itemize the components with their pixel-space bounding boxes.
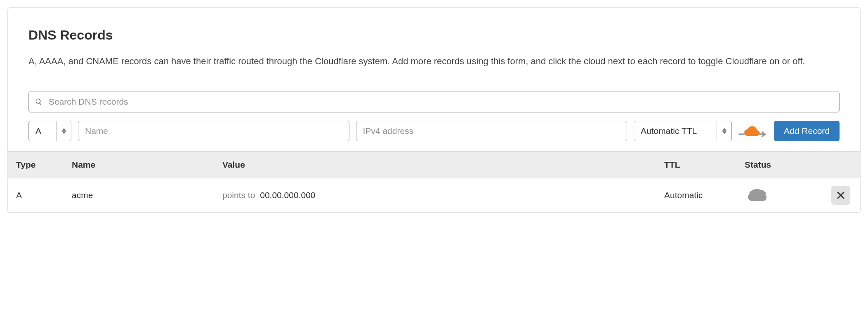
delete-record-button[interactable] <box>831 186 850 205</box>
cell-name: acme <box>72 190 222 200</box>
record-ttl-value: Automatic TTL <box>634 121 717 141</box>
select-arrows-icon <box>56 121 71 141</box>
col-header-type: Type <box>16 152 72 178</box>
proxy-status-toggle[interactable] <box>738 122 767 140</box>
proxy-status-icon-wrapper[interactable] <box>745 187 769 203</box>
record-type-select[interactable]: A <box>28 121 71 141</box>
close-icon <box>837 192 844 199</box>
section-title: DNS Records <box>28 28 840 43</box>
cell-status <box>745 187 831 203</box>
records-table: Type Name Value TTL Status A acme points… <box>8 151 860 213</box>
section-description: A, AAAA, and CNAME records can have thei… <box>28 54 840 68</box>
record-value-input[interactable] <box>356 121 627 141</box>
table-row[interactable]: A acme points to 00.00.000.000 Automatic <box>8 178 860 213</box>
search-icon <box>35 98 42 105</box>
search-wrapper <box>28 91 840 112</box>
col-header-value: Value <box>222 152 664 178</box>
add-record-button[interactable]: Add Record <box>774 121 840 141</box>
select-arrows-icon <box>717 121 731 141</box>
col-header-name: Name <box>72 152 222 178</box>
add-record-form: A Automatic TTL <box>28 121 840 141</box>
record-type-value: A <box>29 121 56 141</box>
col-header-delete <box>831 152 852 178</box>
table-header: Type Name Value TTL Status <box>8 151 860 178</box>
cell-value: points to 00.00.000.000 <box>222 190 664 200</box>
search-input[interactable] <box>28 91 840 112</box>
cell-type: A <box>16 190 72 200</box>
value-prefix: points to <box>222 190 255 200</box>
col-header-status: Status <box>745 152 831 178</box>
cloud-dns-only-icon <box>745 187 769 203</box>
cell-delete <box>831 186 852 205</box>
record-ttl-select[interactable]: Automatic TTL <box>634 121 732 141</box>
cell-ttl: Automatic <box>664 190 745 200</box>
record-name-input[interactable] <box>78 121 349 141</box>
cloud-proxied-icon <box>738 124 767 138</box>
col-header-ttl: TTL <box>664 152 745 178</box>
value-ip: 00.00.000.000 <box>260 190 315 200</box>
dns-records-panel: DNS Records A, AAAA, and CNAME records c… <box>7 7 861 213</box>
